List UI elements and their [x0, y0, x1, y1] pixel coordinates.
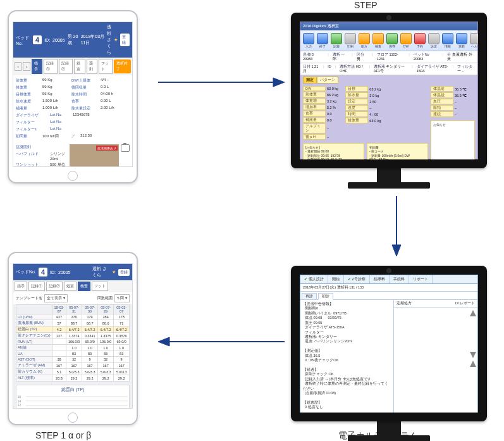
patient-id: 20005 [58, 270, 70, 275]
ribbon-icon [442, 33, 453, 44]
anticoag-block: 抗凝固剤ヘパフィルドシリンジ20mlワンショット500 単位持続注入量2000 … [16, 144, 68, 167]
monitor-top-right: 2016 Digilltics 透析室 入力終了記録印刷処方検査保存DW予約設定… [291, 13, 487, 189]
patient-id-label: ID: [44, 38, 50, 42]
emr-window: 個人設計 開始 2号診察 指導料 手続料 リポート 2018年05月27日(火)… [300, 275, 478, 413]
ribbon-icon [359, 33, 370, 44]
emr-side-panel: 定期処方 Dr.レポート [394, 300, 477, 413]
register-button[interactable]: 登録 [118, 269, 130, 276]
kv-block-mid: 目標63.2 kg除水量3.0 kg設定2.50速度−時間4 : 00後体重63… [345, 86, 385, 140]
tablet2-controls: テンプレート名 全て表示 ▾ 回数範囲 5 回 ▾ [13, 292, 132, 304]
session-info-bar: 日付 1 21 月|ID |透析方法 HD / OHF|透析液 キンダリー AF… [300, 63, 477, 75]
mode-tab-measure[interactable]: 測定 [303, 77, 317, 84]
patient-id: 20005 [52, 38, 65, 42]
emr-tab-4[interactable]: 手続料 [390, 275, 409, 283]
ribbon-icon [331, 33, 342, 44]
note-box-3: お知らせ [431, 120, 475, 159]
scroll-mid-up-icon[interactable] [470, 361, 476, 367]
ribbon-item-記録[interactable]: 記録 [331, 33, 342, 48]
tablet-home-button[interactable] [68, 171, 78, 181]
emr-tab-1[interactable]: 開始 [328, 275, 344, 283]
step-label-top: STEP [354, 0, 378, 10]
emr-note-body[interactable]: 【患者申告情報】 開始時0 開始時バイタル 0971/TB 体温 09:08 0… [300, 300, 394, 413]
template-select[interactable]: 全て表示 ▾ [44, 294, 68, 302]
range-label: 回数範囲 [97, 295, 113, 301]
note-box-2: 初回量 - 薬コード - 穿刺量 100ml/h (5.0ml) DW 63.2… [367, 143, 428, 159]
ribbon-item-検査[interactable]: 検査 [372, 33, 384, 48]
ribbon-icon [386, 33, 398, 44]
svg-text:10: 10 [18, 408, 22, 409]
arrow-down-icon [387, 196, 406, 256]
record-date: 2018年03月11日 [81, 34, 105, 46]
bed-label: ベッドNo. [16, 269, 36, 275]
emr-tab-3[interactable]: 指導料 [370, 275, 390, 283]
patient-id-label: ID: [50, 270, 56, 275]
end-dialysis-button[interactable]: 透析終了 [114, 59, 131, 73]
svg-text:14: 14 [18, 400, 22, 403]
tab-foot[interactable]: フット [92, 282, 108, 291]
nav-next-button[interactable]: › [23, 62, 30, 71]
ribbon-icon [428, 33, 439, 44]
emr-tab-5[interactable]: リポート [409, 275, 433, 283]
ribbon-item-処方[interactable]: 処方 [359, 33, 370, 48]
arrow-left-icon [158, 332, 285, 351]
tab-shochi[interactable]: 処置 [64, 282, 77, 291]
star-icon[interactable]: ★ [114, 37, 118, 42]
kv-block-temp: 体温前36.5 ℃体温後36.5 ℃血圧−脈拍−連続− [431, 86, 475, 118]
ribbon-item-更新[interactable]: 更新 [456, 33, 467, 48]
register-button[interactable]: 登録 [120, 34, 130, 46]
tablet1-tabbar: ‹ › 指示 記録① 記録② 処置 薬剤 フット 透析終了 [13, 58, 132, 75]
tab-shiji[interactable]: 指示 [32, 59, 42, 74]
emr-top-tabs: 個人設計 開始 2号診察 指導料 手続料 リポート [300, 275, 477, 284]
tab-kensa[interactable]: 検査 [78, 282, 90, 291]
subtab-0[interactable]: 再診 [302, 293, 317, 299]
step-label-bl: STEP 1 α or β [35, 430, 91, 440]
scroll-mid-down-icon[interactable] [470, 352, 476, 358]
tablet1-header: ベッドNo. 4 ID: 20005 男 20歳 2018年03月11日 透析 … [13, 22, 132, 58]
star-icon[interactable]: ★ [112, 270, 116, 275]
ribbon-item-DW[interactable]: DW [400, 33, 412, 48]
ribbon-item-印刷[interactable]: 印刷 [345, 33, 356, 48]
ribbon-item-ヘルプ[interactable]: ヘルプ [470, 33, 478, 48]
dialysis-desktop-window: 2016 Digilltics 透析室 入力終了記録印刷処方検査保存DW予約設定… [300, 22, 478, 159]
ribbon-icon [470, 33, 478, 44]
ribbon-icon [345, 33, 356, 44]
tablet-home-button[interactable] [68, 413, 78, 423]
tab-foot[interactable]: フット [99, 59, 113, 74]
emr-tab-2[interactable]: 2号診察 [344, 275, 370, 283]
tab-kiroku1[interactable]: 記録① [44, 59, 58, 74]
scroll-up-icon[interactable] [470, 310, 476, 316]
emr-tab-0[interactable]: 個人設計 [300, 275, 328, 283]
nav-prev-button[interactable]: ‹ [15, 62, 22, 71]
patient-name: 透析 さくら [107, 24, 111, 56]
ribbon-item-入力[interactable]: 入力 [303, 33, 314, 48]
ribbon-item-予約[interactable]: 予約 [414, 33, 426, 48]
tab-shochi[interactable]: 処置 [74, 59, 85, 74]
kv-block-right [388, 86, 428, 140]
tab-shiji[interactable]: 指示 [15, 282, 27, 291]
camera-icon[interactable] [121, 144, 130, 152]
ribbon-item-終了[interactable]: 終了 [317, 33, 328, 48]
mode-tab-pattern[interactable]: パターン [317, 77, 338, 84]
emr-sub-tabs: 再診 初診 [300, 292, 477, 300]
svg-text:16: 16 [18, 395, 22, 399]
range-select[interactable]: 5 回 ▾ [114, 294, 130, 302]
ribbon-item-設定[interactable]: 設定 [428, 33, 439, 48]
ribbon-icon [372, 33, 384, 44]
svg-marker-3 [392, 245, 401, 256]
patient-name: 透析 さくら [92, 266, 109, 278]
patient-sex-age: 男 20歳 [68, 34, 78, 46]
tablet2-header: ベッドNo. 4 ID: 20005 透析 さくら ★ 登録 [13, 264, 132, 280]
side-header-right: Dr.レポート [455, 301, 475, 306]
wound-photo-thumb[interactable]: 血流画像あり 縫刺を行う 2017-09-27 [70, 144, 119, 167]
tab-kiroku1[interactable]: 記録① [28, 282, 45, 291]
tab-yakuzai[interactable]: 薬剤 [87, 59, 97, 74]
ribbon-item-情報[interactable]: 情報 [442, 33, 453, 48]
ribbon-item-保存[interactable]: 保存 [386, 33, 398, 48]
tab-kiroku2[interactable]: 記録② [59, 59, 73, 74]
chart-title: 総蛋白 (TP) [16, 385, 130, 394]
tablet1-fields: 前体重59 KgDW/上限体4/4 –後体重59 Kg後回収量0.3 L目標体重… [13, 75, 132, 143]
subtab-1[interactable]: 初診 [318, 293, 333, 300]
tab-kiroku2[interactable]: 記録② [46, 282, 63, 291]
tablet1-media-row: 抗凝固剤ヘパフィルドシリンジ20mlワンショット500 単位持続注入量2000 … [13, 143, 132, 167]
ribbon-icon [400, 33, 412, 44]
